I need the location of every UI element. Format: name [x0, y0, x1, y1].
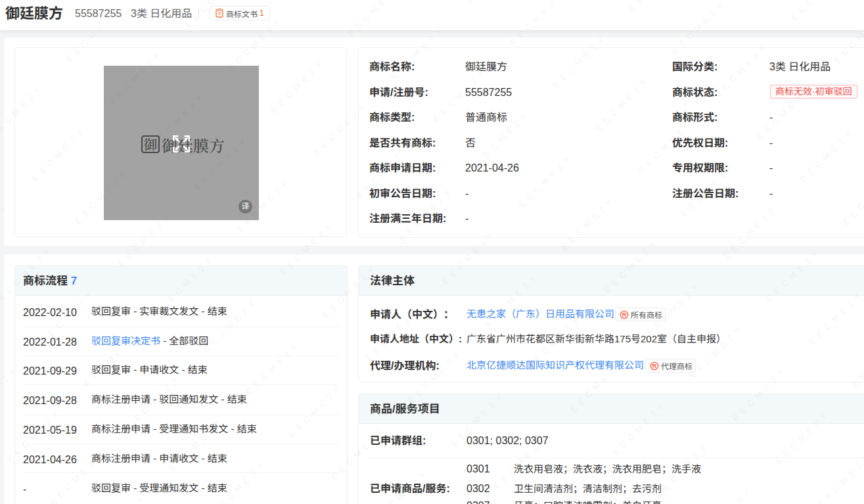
svg-text:R: R [622, 311, 627, 318]
svg-text:R: R [652, 363, 657, 369]
svg-text:御: 御 [144, 135, 158, 154]
